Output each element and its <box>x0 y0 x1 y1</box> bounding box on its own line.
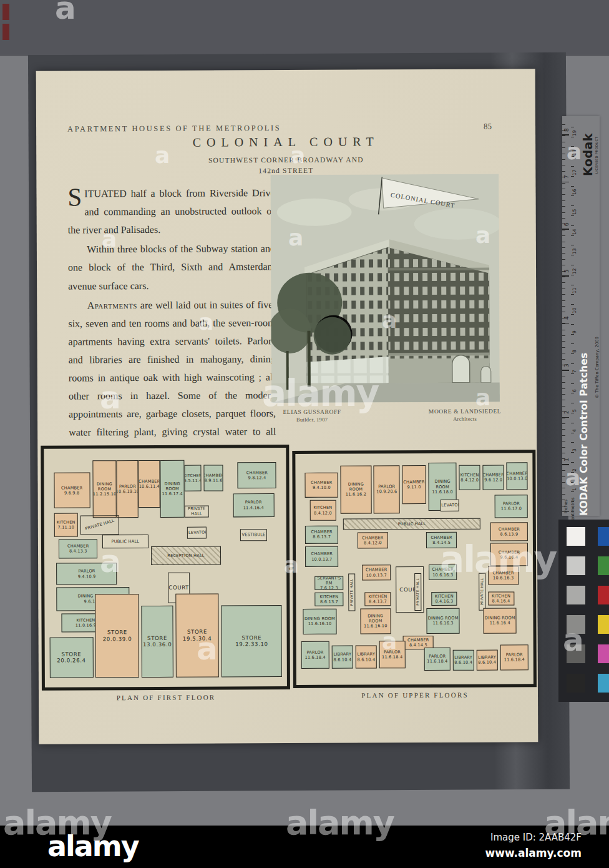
color-patch <box>598 644 609 663</box>
plan-room: KITCHEN7.11.10 <box>54 513 78 537</box>
running-header: APARTMENT HOUSES OF THE METROPOLIS <box>67 124 281 134</box>
inch-number: 6 <box>563 222 570 226</box>
book-page: APARTMENT HOUSES OF THE METROPOLIS 85 CO… <box>36 69 538 744</box>
plan-room: CHAMBER10.0.13.0 <box>507 462 528 490</box>
red-tape-mark <box>2 24 9 40</box>
kodak-color-patch-card <box>558 520 609 702</box>
centimetre-number: 19 <box>572 130 577 136</box>
plan-room: DINING ROOM11.6.16.3 <box>426 608 459 634</box>
plan-room: PARLOR10.9.20.6 <box>374 465 400 514</box>
gray-patch <box>567 674 585 693</box>
plan-room: STORE20.0.39.0 <box>95 594 139 678</box>
plan-room: KITCHEN8.4.16.3 <box>431 592 457 606</box>
centimetre-number: 5 <box>572 409 577 412</box>
plan-room: CHAMBER9.6.16.4 <box>490 543 529 566</box>
gray-patch <box>567 556 585 575</box>
plan-room: ELEVATOR <box>440 500 459 511</box>
plan-room: PARLOR10.6.19.10 <box>117 460 139 518</box>
inches-label: Inches <box>563 500 568 513</box>
plan-room: PRIVATE HALL <box>80 515 119 535</box>
plan-room: CHAMBER8.4.13.3 <box>59 539 97 558</box>
color-control-patches-label: KODAK Color Control Patches <box>578 353 590 516</box>
centimetre-number: 3 <box>572 448 577 451</box>
inch-number: 5 <box>563 269 570 273</box>
image-id-text: Image ID: 2AAB42F <box>485 832 582 843</box>
plan-room: PARLOR11.6.18.4 <box>379 641 406 669</box>
plan-room: PARLOR11.4.16.4 <box>233 493 274 517</box>
first-floor-plan: CHAMBER9.6.9.8DINING ROOM11.2.15.10PARLO… <box>41 445 290 691</box>
centimetre-number: 6 <box>572 390 577 393</box>
color-patch <box>598 527 609 546</box>
building-photograph: COLONIAL COURT <box>270 174 500 403</box>
plan-room: STORE13.0.36.0 <box>142 606 173 678</box>
plan-room: KITCHEN8.4.12.0 <box>309 500 336 521</box>
color-patch <box>598 674 609 693</box>
plan-room: PRIVATE HALL <box>348 574 356 611</box>
gray-patch <box>567 615 585 634</box>
centimetre-number: 10 <box>572 307 577 313</box>
architect-caption: MOORE & LANDSIEDEL Architects <box>421 407 509 423</box>
page-title: COLONIAL COURT <box>36 134 535 150</box>
centimetre-number: 9 <box>572 330 577 333</box>
plan-room: KITCHEN8.4.13.7 <box>364 592 391 606</box>
plan-room: CHAMBER9.6.12.0 <box>483 465 504 490</box>
builder-caption: ELIAS GUSSAROFF Builder, 1907 <box>268 408 356 424</box>
inch-number: 1 <box>563 458 570 461</box>
kodak-brand-label: Kodak <box>581 133 595 176</box>
plan-room: DINING ROOM11.6.16.4 <box>484 608 517 633</box>
inch-number: 7 <box>563 175 570 179</box>
plan-room: STORE19.5.30.4 <box>175 593 219 677</box>
plan-room: DINING ROOM11.6.17.4 <box>160 460 185 518</box>
inch-number: 8 <box>563 128 570 132</box>
plan-room: LIBRARY8.6.10.4 <box>332 646 353 669</box>
plan-room: CHAMBER9.11.0 <box>402 465 426 505</box>
gray-patch <box>567 586 585 604</box>
plan-room: PARLOR11.6.18.4 <box>500 644 529 670</box>
tiffen-copyright-label: © The Tiffen Company, 2000 <box>595 337 600 398</box>
plan-room: PARLOR9.4.10.9 <box>56 563 117 585</box>
centimetre-number: 8 <box>572 350 577 353</box>
plan-room: CHAMBER8.4.12.0 <box>358 532 389 548</box>
plan-room: CHAMBER8.4.14.5 <box>426 532 457 548</box>
plan-room: KITCHEN8.4.16.4 <box>488 591 514 605</box>
plan-room: PARLOR11.6.17.0 <box>495 495 528 518</box>
plan-room: LIBRARY8.6.10.4 <box>476 649 497 670</box>
kodak-ruler-strip: Kodak LICENSED PRODUCT © The Tiffen Comp… <box>562 116 600 516</box>
page-number: 85 <box>484 122 492 132</box>
plan-room: PARLOR11.6.18.4 <box>301 641 329 669</box>
alamy-footer-bar: alamy Image ID: 2AAB42F www.alamy.com <box>0 826 609 868</box>
plan-room: STORE20.0.26.4 <box>49 637 93 678</box>
plan-room: PRIVATE HALL <box>479 573 486 610</box>
centimetre-number: 12 <box>572 268 577 274</box>
centimetre-number: 1 <box>572 488 577 491</box>
centimetre-number: 11 <box>572 288 577 294</box>
plan-room: CHAMBER8.6.13.9 <box>490 522 528 541</box>
plan-room: CHAMBER10.0.13.7 <box>362 565 391 581</box>
paragraph-2: Within three blocks of the Subway statio… <box>68 239 275 295</box>
first-floor-plan-caption: PLAN OF FIRST FLOOR <box>42 693 290 702</box>
centimetre-number: 4 <box>572 429 577 432</box>
building-illustration: COLONIAL COURT <box>270 174 500 403</box>
plan-room: CHAMBER8.9.11.6 <box>203 465 223 491</box>
footer-info: Image ID: 2AAB42F www.alamy.com <box>485 832 582 859</box>
plan-room: CHAMBER10.6.11.4 <box>139 460 160 508</box>
plan-room: CHAMBER10.6.16.3 <box>429 564 457 580</box>
plan-room: SERVANT'S RM7.6.12.3 <box>315 576 344 590</box>
color-patch <box>598 586 609 604</box>
centimetre-number: 16 <box>572 189 577 195</box>
plan-room: CHAMBER10.0.13.7 <box>305 546 338 568</box>
plan-room: PUBLIC HALL <box>102 534 149 548</box>
plan-room: KITCHEN5.5.11.4 <box>184 465 201 491</box>
gray-patch <box>567 644 585 663</box>
plan-room: LIBRARY8.6.10.4 <box>356 645 377 668</box>
plan-room: PRIVATE HALL <box>185 505 209 517</box>
plan-room: DINING ROOM11.6.16.10 <box>360 608 391 634</box>
centimetre-number: 13 <box>572 249 577 255</box>
inch-number: 4 <box>563 317 570 320</box>
plan-room: VESTIBULE <box>240 529 267 541</box>
centimetre-number: 2 <box>572 468 577 471</box>
red-tape-mark <box>2 4 9 20</box>
gray-patch <box>567 527 585 546</box>
cm-tick-rail <box>571 120 574 512</box>
scanned-archival-photo-page: { "watermark": { "letter": "a", "brand":… <box>0 0 609 868</box>
